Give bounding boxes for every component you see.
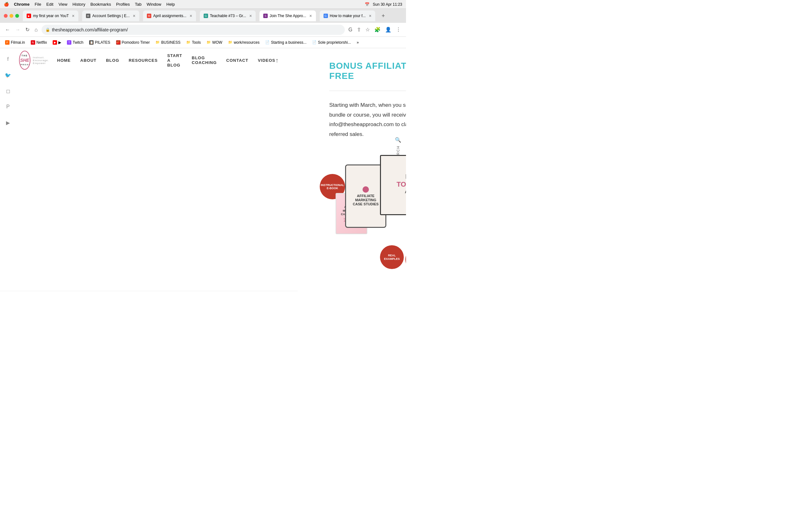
bookmark-pilates[interactable]: 📋 PILATES [87, 39, 113, 46]
bookmark-youtube[interactable]: ▶ ▶ [50, 39, 64, 46]
social-sidebar: f 🐦 ◻ P ▶ [0, 48, 16, 134]
extension-icon[interactable]: 🧩 [373, 25, 382, 34]
bookmark-workresources[interactable]: 📁 work/resources [225, 39, 262, 46]
apple-menu[interactable]: 🍎 [4, 2, 9, 7]
window-controls [4, 14, 19, 18]
bookmark-more[interactable]: » [354, 39, 361, 46]
bookmark-star-icon[interactable]: ☆ [364, 25, 371, 34]
window-menu[interactable]: Window [147, 2, 161, 7]
tab-3[interactable]: M April assignments... × [143, 10, 196, 21]
tab-5-title: Join The She Appro... [270, 14, 306, 18]
back-button[interactable]: ← [4, 26, 11, 34]
youtube-social-icon[interactable]: ▶ [3, 118, 13, 127]
nav-contact[interactable]: CONTACT [226, 58, 248, 63]
bookmark-pomodoro[interactable]: 🍅 Pomodoro Timer [113, 39, 153, 46]
tablet-logo [362, 186, 369, 193]
tab-5-close[interactable]: × [309, 13, 312, 18]
nav-about[interactable]: ABOUT [80, 58, 96, 63]
tab-3-title: April assignments... [153, 14, 187, 18]
address-bar-actions: G ⇧ ☆ 🧩 👤 ⋮ [347, 25, 402, 34]
history-menu[interactable]: History [72, 2, 85, 7]
scroll-top-button[interactable]: ↑ [275, 57, 278, 64]
chrome-menu[interactable]: Chrome [14, 2, 30, 7]
tab-5[interactable]: S Join The She Appro... × [259, 10, 316, 21]
doc-icon-starting: 📄 [265, 40, 270, 44]
folder-icon-business: 📁 [155, 40, 160, 44]
view-menu[interactable]: View [58, 2, 67, 7]
logo-she: SHE [19, 57, 31, 63]
folder-icon-work: 📁 [228, 40, 233, 44]
nav-blog-coaching[interactable]: BLOG COACHING [192, 55, 217, 65]
bookmark-starting[interactable]: 📄 Starting a business... [263, 39, 309, 46]
tab-menu[interactable]: Tab [135, 2, 142, 7]
forward-button[interactable]: → [14, 26, 21, 34]
bookmark-sole[interactable]: 📄 Sole proprietorshi... [310, 39, 353, 46]
bookmark-starting-label: Starting a business... [271, 40, 306, 45]
bookmark-tools[interactable]: 📁 Tools [184, 39, 203, 46]
facebook-social-icon[interactable]: f [3, 55, 13, 64]
address-bar: ← → ↻ ⌂ 🔒 thesheapproach.com/affiliate-p… [0, 23, 406, 37]
profiles-menu[interactable]: Profiles [116, 2, 130, 7]
minimize-button[interactable] [9, 14, 13, 18]
refresh-button[interactable]: ↻ [24, 25, 31, 34]
pinterest-social-icon[interactable]: P [3, 102, 13, 112]
macos-menubar: 🍎 Chrome File Edit View History Bookmark… [0, 0, 406, 9]
tab-1-close[interactable]: × [72, 13, 74, 18]
more-bookmarks-icon: » [357, 40, 359, 45]
tab-5-favicon: S [263, 14, 268, 18]
nav-blog[interactable]: BLOG [106, 58, 119, 63]
bookmark-wow[interactable]: 📁 WOW [204, 39, 225, 46]
tab-1-favicon: ▶ [27, 14, 31, 18]
tab-6[interactable]: G How to make your f... × [320, 10, 375, 21]
tab-1[interactable]: ▶ my first year on YouT × [23, 10, 78, 21]
folder-icon-wow: 📁 [206, 40, 211, 44]
logo-tagline-area: Instruct. Encourage. Empower [33, 56, 57, 65]
tab-4-close[interactable]: × [249, 13, 252, 18]
tab-2[interactable]: ⚙ Account Settings | E... × [82, 10, 139, 21]
maximize-button[interactable] [15, 14, 19, 18]
nav-start-blog[interactable]: START A BLOG [167, 53, 182, 67]
bookmark-youtube-label: ▶ [58, 40, 61, 45]
nav-home[interactable]: HOME [57, 58, 71, 63]
bookmark-twitch[interactable]: T Twitch [64, 39, 86, 46]
file-menu[interactable]: File [35, 2, 41, 7]
logo-tagline: Instruct. Encourage. Empower [33, 56, 57, 65]
search-trigger-icon[interactable]: 🔍 [395, 137, 401, 143]
home-button[interactable]: ⌂ [33, 26, 39, 34]
nav-videos[interactable]: VIDEOS [258, 58, 275, 63]
close-button[interactable] [4, 14, 8, 18]
bookmark-pilates-label: PILATES [95, 40, 110, 45]
bookmarks-bar: F Filmai.in N Netflix ▶ ▶ T Twitch 📋 PIL… [0, 37, 406, 48]
bookmark-filmai[interactable]: F Filmai.in [3, 39, 28, 46]
tab-bar-header: ▶ my first year on YouT × ⚙ Account Sett… [0, 9, 406, 23]
new-tab-button[interactable]: + [380, 11, 386, 20]
real-examples-circle[interactable]: REALEXAMPLES [380, 245, 404, 269]
tab-2-close[interactable]: × [133, 13, 136, 18]
tab-3-close[interactable]: × [190, 13, 192, 18]
google-search-icon[interactable]: G [347, 26, 354, 34]
tab-6-close[interactable]: × [369, 13, 371, 18]
youtube-favicon: ▶ [53, 40, 57, 45]
edit-menu[interactable]: Edit [46, 2, 53, 7]
pilates-favicon: 📋 [89, 40, 94, 45]
twitter-social-icon[interactable]: 🐦 [3, 70, 13, 80]
monitor-screen-content: FROM ZERO TO SUPERHERO AFFILIATE MARKETI… [393, 170, 406, 201]
instagram-social-icon[interactable]: ◻ [3, 86, 13, 96]
bookmark-netflix[interactable]: N Netflix [28, 39, 49, 46]
site-logo[interactable]: THE SHE APPROACH Instruct. Encourage. Em… [19, 51, 57, 70]
help-menu[interactable]: Help [166, 2, 175, 7]
user-profile-icon[interactable]: 👤 [384, 25, 393, 34]
bookmarks-menu[interactable]: Bookmarks [90, 2, 111, 7]
monitor-screen: FROM ZERO TO SUPERHERO AFFILIATE MARKETI… [380, 155, 406, 215]
tab-4-title: Teachable #73 – Gr... [210, 14, 246, 18]
bookmark-pomodoro-label: Pomodoro Timer [122, 40, 150, 45]
netflix-favicon: N [31, 40, 35, 45]
nav-resources[interactable]: RESOURCES [129, 58, 158, 63]
bookmark-tools-label: Tools [192, 40, 201, 45]
share-icon[interactable]: ⇧ [356, 25, 362, 34]
bookmark-business[interactable]: 📁 BUSINESS [153, 39, 183, 46]
tab-4[interactable]: G Teachable #73 – Gr... × [200, 10, 256, 21]
menu-icon[interactable]: ⋮ [395, 25, 402, 34]
address-input[interactable]: 🔒 thesheapproach.com/affiliate-program/ [42, 25, 345, 35]
bookmark-netflix-label: Netflix [37, 40, 47, 45]
